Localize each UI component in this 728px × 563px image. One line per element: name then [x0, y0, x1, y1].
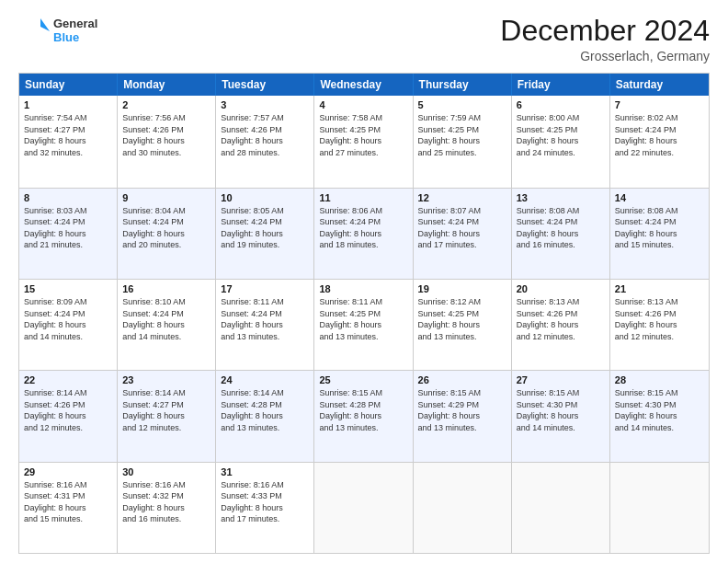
cell-info: Sunrise: 8:03 AMSunset: 4:24 PMDaylight:…	[24, 205, 112, 251]
day-number: 16	[122, 283, 210, 294]
day-number: 30	[122, 466, 210, 477]
logo-general: General	[53, 17, 97, 31]
day-number: 13	[517, 192, 605, 203]
day-number: 27	[517, 374, 605, 385]
logo-blue: Blue	[53, 31, 97, 45]
cell-info: Sunrise: 8:13 AMSunset: 4:26 PMDaylight:…	[517, 296, 605, 342]
cell-info: Sunrise: 8:10 AMSunset: 4:24 PMDaylight:…	[122, 296, 210, 342]
day-number: 11	[319, 192, 407, 203]
cal-cell: 17Sunrise: 8:11 AMSunset: 4:24 PMDayligh…	[216, 280, 314, 370]
cell-info: Sunrise: 8:16 AMSunset: 4:31 PMDaylight:…	[24, 479, 112, 525]
cell-info: Sunrise: 7:56 AMSunset: 4:26 PMDaylight:…	[122, 112, 210, 158]
day-number: 5	[418, 99, 506, 110]
cal-cell: 28Sunrise: 8:15 AMSunset: 4:30 PMDayligh…	[610, 371, 709, 461]
cell-info: Sunrise: 8:07 AMSunset: 4:24 PMDaylight:…	[418, 205, 506, 251]
title-block: December 2024 Grosserlach, Germany	[500, 15, 710, 63]
cal-cell: 19Sunrise: 8:12 AMSunset: 4:25 PMDayligh…	[414, 280, 512, 370]
cell-info: Sunrise: 8:15 AMSunset: 4:28 PMDaylight:…	[319, 387, 407, 433]
weekday-header-monday: Monday	[118, 74, 216, 96]
cell-info: Sunrise: 8:11 AMSunset: 4:25 PMDaylight:…	[319, 296, 407, 342]
cell-info: Sunrise: 8:15 AMSunset: 4:30 PMDaylight:…	[517, 387, 605, 433]
day-number: 20	[517, 283, 605, 294]
cal-cell: 16Sunrise: 8:10 AMSunset: 4:24 PMDayligh…	[118, 280, 216, 370]
cal-cell: 4Sunrise: 7:58 AMSunset: 4:25 PMDaylight…	[314, 96, 413, 187]
weekday-header-sunday: Sunday	[19, 74, 118, 96]
cell-info: Sunrise: 8:04 AMSunset: 4:24 PMDaylight:…	[122, 205, 210, 251]
day-number: 25	[319, 374, 407, 385]
logo-text: General Blue	[53, 17, 97, 45]
cell-info: Sunrise: 8:08 AMSunset: 4:24 PMDaylight:…	[615, 205, 704, 251]
cal-cell: 6Sunrise: 8:00 AMSunset: 4:25 PMDaylight…	[512, 96, 610, 187]
cal-cell: 15Sunrise: 8:09 AMSunset: 4:24 PMDayligh…	[19, 280, 118, 370]
cal-cell: 25Sunrise: 8:15 AMSunset: 4:28 PMDayligh…	[314, 371, 413, 461]
day-number: 23	[122, 374, 210, 385]
day-number: 31	[221, 466, 309, 477]
day-number: 26	[418, 374, 506, 385]
calendar-row-4: 22Sunrise: 8:14 AMSunset: 4:26 PMDayligh…	[19, 370, 709, 461]
cal-cell: 22Sunrise: 8:14 AMSunset: 4:26 PMDayligh…	[19, 371, 118, 461]
day-number: 12	[418, 192, 506, 203]
cal-cell: 14Sunrise: 8:08 AMSunset: 4:24 PMDayligh…	[610, 189, 709, 279]
cell-info: Sunrise: 7:59 AMSunset: 4:25 PMDaylight:…	[418, 112, 506, 158]
cal-cell: 12Sunrise: 8:07 AMSunset: 4:24 PMDayligh…	[414, 189, 512, 279]
logo: General Blue	[18, 15, 97, 48]
cal-cell	[512, 463, 610, 553]
calendar-row-1: 1Sunrise: 7:54 AMSunset: 4:27 PMDaylight…	[19, 96, 709, 187]
calendar-row-2: 8Sunrise: 8:03 AMSunset: 4:24 PMDaylight…	[19, 188, 709, 279]
day-number: 29	[24, 466, 112, 477]
cal-cell: 29Sunrise: 8:16 AMSunset: 4:31 PMDayligh…	[19, 463, 118, 553]
cal-cell: 13Sunrise: 8:08 AMSunset: 4:24 PMDayligh…	[512, 189, 610, 279]
day-number: 8	[24, 192, 112, 203]
cell-info: Sunrise: 8:12 AMSunset: 4:25 PMDaylight:…	[418, 296, 506, 342]
cell-info: Sunrise: 8:09 AMSunset: 4:24 PMDaylight:…	[24, 296, 112, 342]
day-number: 17	[221, 283, 309, 294]
day-number: 9	[122, 192, 210, 203]
cell-info: Sunrise: 7:58 AMSunset: 4:25 PMDaylight:…	[319, 112, 407, 158]
day-number: 3	[221, 99, 309, 110]
svg-rect-1	[18, 15, 40, 29]
cell-info: Sunrise: 8:14 AMSunset: 4:26 PMDaylight:…	[24, 387, 112, 433]
cell-info: Sunrise: 8:00 AMSunset: 4:25 PMDaylight:…	[517, 112, 605, 158]
weekday-header-friday: Friday	[512, 74, 610, 96]
cell-info: Sunrise: 8:16 AMSunset: 4:33 PMDaylight:…	[221, 479, 309, 525]
day-number: 14	[615, 192, 704, 203]
location: Grosserlach, Germany	[500, 49, 710, 63]
cell-info: Sunrise: 8:16 AMSunset: 4:32 PMDaylight:…	[122, 479, 210, 525]
cal-cell: 27Sunrise: 8:15 AMSunset: 4:30 PMDayligh…	[512, 371, 610, 461]
day-number: 28	[615, 374, 704, 385]
cal-cell: 18Sunrise: 8:11 AMSunset: 4:25 PMDayligh…	[314, 280, 413, 370]
day-number: 22	[24, 374, 112, 385]
calendar-row-5: 29Sunrise: 8:16 AMSunset: 4:31 PMDayligh…	[19, 462, 709, 553]
day-number: 2	[122, 99, 210, 110]
cal-cell: 31Sunrise: 8:16 AMSunset: 4:33 PMDayligh…	[216, 463, 314, 553]
day-number: 10	[221, 192, 309, 203]
cell-info: Sunrise: 8:02 AMSunset: 4:24 PMDaylight:…	[615, 112, 704, 158]
cal-cell: 24Sunrise: 8:14 AMSunset: 4:28 PMDayligh…	[216, 371, 314, 461]
cal-cell: 20Sunrise: 8:13 AMSunset: 4:26 PMDayligh…	[512, 280, 610, 370]
cell-info: Sunrise: 8:15 AMSunset: 4:30 PMDaylight:…	[615, 387, 704, 433]
page: General Blue December 2024 Grosserlach, …	[0, 0, 728, 563]
calendar-body: 1Sunrise: 7:54 AMSunset: 4:27 PMDaylight…	[19, 96, 709, 553]
svg-marker-0	[40, 18, 50, 31]
header: General Blue December 2024 Grosserlach, …	[18, 15, 710, 63]
weekday-header-tuesday: Tuesday	[216, 74, 314, 96]
cell-info: Sunrise: 8:11 AMSunset: 4:24 PMDaylight:…	[221, 296, 309, 342]
cal-cell: 2Sunrise: 7:56 AMSunset: 4:26 PMDaylight…	[118, 96, 216, 187]
cell-info: Sunrise: 8:08 AMSunset: 4:24 PMDaylight:…	[517, 205, 605, 251]
calendar-row-3: 15Sunrise: 8:09 AMSunset: 4:24 PMDayligh…	[19, 279, 709, 370]
cal-cell: 9Sunrise: 8:04 AMSunset: 4:24 PMDaylight…	[118, 189, 216, 279]
cal-cell: 5Sunrise: 7:59 AMSunset: 4:25 PMDaylight…	[414, 96, 512, 187]
day-number: 18	[319, 283, 407, 294]
day-number: 7	[615, 99, 704, 110]
cal-cell: 8Sunrise: 8:03 AMSunset: 4:24 PMDaylight…	[19, 189, 118, 279]
day-number: 15	[24, 283, 112, 294]
day-number: 21	[615, 283, 704, 294]
cal-cell: 10Sunrise: 8:05 AMSunset: 4:24 PMDayligh…	[216, 189, 314, 279]
weekday-header-saturday: Saturday	[610, 74, 709, 96]
cal-cell: 26Sunrise: 8:15 AMSunset: 4:29 PMDayligh…	[414, 371, 512, 461]
calendar: SundayMondayTuesdayWednesdayThursdayFrid…	[18, 73, 710, 554]
calendar-header: SundayMondayTuesdayWednesdayThursdayFrid…	[19, 74, 709, 96]
weekday-header-wednesday: Wednesday	[314, 74, 413, 96]
cell-info: Sunrise: 8:13 AMSunset: 4:26 PMDaylight:…	[615, 296, 704, 342]
day-number: 19	[418, 283, 506, 294]
